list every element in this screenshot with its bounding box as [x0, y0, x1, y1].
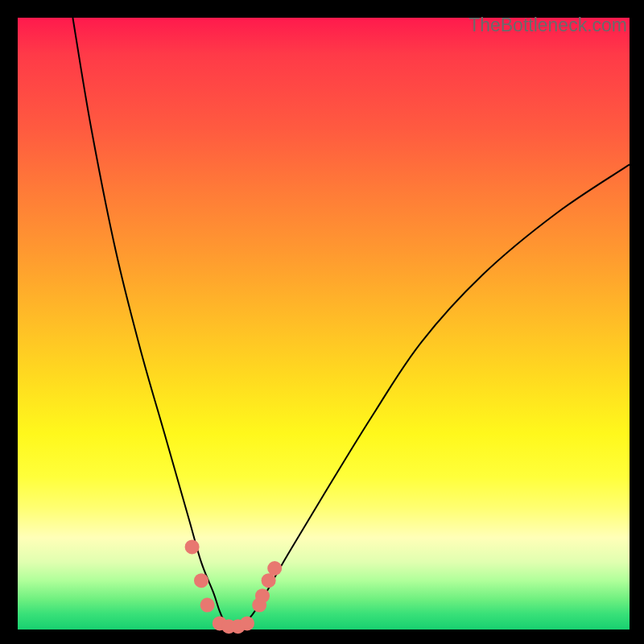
chart-area: TheBottleneck.com	[18, 18, 630, 630]
data-marker	[240, 616, 254, 630]
curve-layer	[18, 18, 630, 630]
data-marker	[185, 539, 200, 554]
bottleneck-curve	[72, 18, 630, 626]
data-marker	[255, 588, 270, 603]
data-marker	[194, 573, 208, 588]
data-marker	[267, 561, 282, 576]
data-marker	[200, 598, 215, 613]
